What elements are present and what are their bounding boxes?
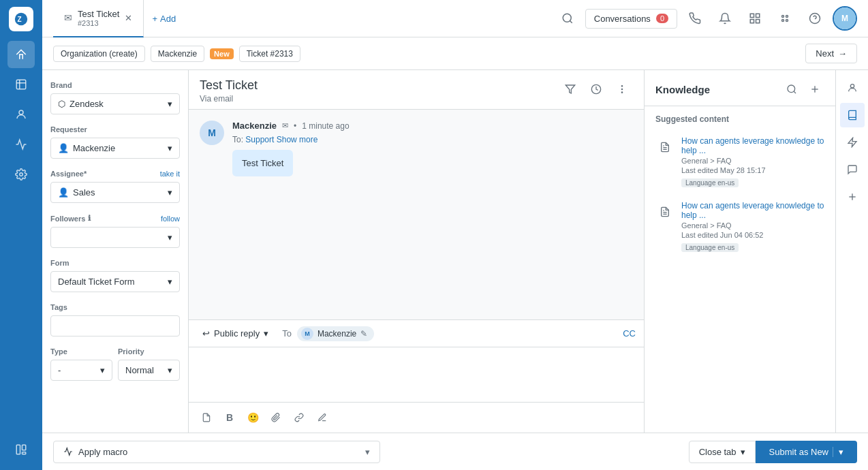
svg-rect-14 <box>750 20 754 23</box>
svg-line-11 <box>570 20 572 22</box>
apps-icon[interactable] <box>773 6 797 31</box>
assignee-label: Assignee* take it <box>50 170 180 178</box>
right-nav-profile-icon[interactable] <box>840 76 865 100</box>
signature-icon[interactable] <box>313 408 332 427</box>
priority-select[interactable]: Normal ▾ <box>118 360 180 381</box>
breadcrumb-ticket: Ticket #2313 <box>239 46 300 62</box>
active-tab[interactable]: ✉ Test Ticket #2313 ✕ <box>53 0 144 37</box>
emoji-icon[interactable]: 🙂 <box>243 408 262 427</box>
reply-recipient[interactable]: M Mackenzie ✎ <box>297 326 374 341</box>
tags-input[interactable] <box>50 315 180 336</box>
svg-rect-7 <box>16 445 20 454</box>
assignee-field-group: Assignee* take it 👤 Sales ▾ <box>50 170 180 203</box>
knowledge-search-icon[interactable] <box>782 80 801 99</box>
type-field-group: Type - ▾ <box>50 347 112 381</box>
format-draft-icon[interactable] <box>197 408 216 427</box>
svg-point-25 <box>621 89 622 89</box>
requester-label: Requester <box>50 125 180 134</box>
nav-icon-templates[interactable] <box>7 436 35 463</box>
nav-icon-reports[interactable] <box>7 131 35 158</box>
right-nav-chat-icon[interactable] <box>840 157 865 182</box>
svg-rect-15 <box>756 20 760 23</box>
bold-icon[interactable]: B <box>220 408 239 427</box>
knowledge-article-icon <box>655 138 675 157</box>
reply-header: ↩ Public reply ▾ To M Mackenzie ✎ CC <box>189 320 644 347</box>
nav-icon-contacts[interactable] <box>7 101 35 128</box>
phone-icon[interactable] <box>683 6 707 31</box>
user-avatar-ring[interactable]: M <box>833 6 857 31</box>
more-options-icon[interactable] <box>611 78 633 100</box>
nav-icon-home[interactable] <box>7 41 35 68</box>
knowledge-item-2[interactable]: How can agents leverage knowledge to hel… <box>645 194 835 259</box>
reply-to-label: To <box>282 328 292 339</box>
user-icon: 👤 <box>58 143 69 153</box>
message-header: Mackenzie ✉ • 1 minute ago <box>232 121 633 131</box>
add-tab-btn[interactable]: + Add <box>144 14 184 24</box>
tab-close-btn[interactable]: ✕ <box>125 13 132 23</box>
email-icon: ✉ <box>282 121 288 130</box>
help-icon[interactable] <box>803 6 827 31</box>
right-thin-navigation <box>835 70 868 433</box>
svg-point-10 <box>563 14 571 22</box>
requester-field-group: Requester 👤 Mackenzie ▾ <box>50 125 180 159</box>
priority-field-group: Priority Normal ▾ <box>118 347 180 381</box>
assignee-select[interactable]: 👤 Sales ▾ <box>50 182 180 203</box>
svg-point-17 <box>786 16 788 18</box>
left-sidebar: Brand ⬡ Zendesk ▾ Requester 👤 Mackenzie <box>42 70 189 433</box>
history-icon[interactable] <box>585 78 607 100</box>
tags-label: Tags <box>50 303 180 311</box>
info-icon[interactable]: ℹ <box>88 214 91 223</box>
knowledge-add-icon[interactable] <box>805 80 824 99</box>
type-label: Type <box>50 347 112 356</box>
reply-type-button[interactable]: ↩ Public reply ▾ <box>197 326 274 341</box>
ticket-via: Via email <box>200 94 258 104</box>
close-tab-button[interactable]: Close tab ▾ <box>689 441 756 463</box>
edit-recipient-icon[interactable]: ✎ <box>360 329 367 339</box>
breadcrumb-org[interactable]: Organization (create) <box>53 46 145 62</box>
svg-marker-36 <box>848 138 856 146</box>
filter-icon[interactable] <box>559 78 581 100</box>
grid-icon[interactable] <box>743 6 767 31</box>
user-avatar[interactable]: M <box>834 7 856 29</box>
form-select[interactable]: Default Ticket Form ▾ <box>50 271 180 292</box>
apply-macro-button[interactable]: Apply macro ▾ <box>53 441 380 463</box>
chevron-down-icon: ▾ <box>168 277 172 287</box>
brand-select[interactable]: ⬡ Zendesk ▾ <box>50 93 180 114</box>
requester-select[interactable]: 👤 Mackenzie ▾ <box>50 138 180 159</box>
conversations-button[interactable]: Conversations 0 <box>585 9 677 29</box>
conversations-badge: 0 <box>656 14 668 23</box>
reply-body[interactable] <box>189 347 644 402</box>
submit-arrow-icon: ▾ <box>833 447 843 457</box>
type-select[interactable]: - ▾ <box>50 360 112 381</box>
search-icon[interactable] <box>555 6 580 31</box>
reply-cc-btn[interactable]: CC <box>623 328 636 339</box>
submit-button[interactable]: Submit as New ▾ <box>756 441 857 463</box>
follow-link[interactable]: follow <box>161 215 180 223</box>
brand-field-group: Brand ⬡ Zendesk ▾ <box>50 81 180 114</box>
breadcrumb-contact[interactable]: Mackenzie <box>151 46 204 62</box>
reply-area: ↩ Public reply ▾ To M Mackenzie ✎ CC <box>189 319 644 433</box>
message-body: Test Ticket <box>232 150 293 176</box>
nav-icon-tickets[interactable] <box>7 71 35 98</box>
language-badge-2: Language en-us <box>681 243 739 252</box>
right-nav-add-icon[interactable] <box>840 185 865 209</box>
followers-select[interactable]: ▾ <box>50 227 180 248</box>
notifications-icon[interactable] <box>713 6 737 31</box>
bottom-bar: Apply macro ▾ Close tab ▾ Submit as New … <box>42 433 868 470</box>
main-area: ✉ Test Ticket #2313 ✕ + Add Conversation… <box>42 0 868 470</box>
breadcrumb-right: Next → <box>805 44 857 63</box>
right-nav-ai-icon[interactable] <box>840 130 865 155</box>
app-logo[interactable]: Z <box>9 7 33 31</box>
message-sender: Mackenzie <box>232 121 277 131</box>
next-button[interactable]: Next → <box>805 44 857 63</box>
svg-point-26 <box>621 92 622 93</box>
ticket-title: Test Ticket <box>200 78 258 93</box>
reply-type-chevron: ▾ <box>264 328 268 339</box>
take-it-link[interactable]: take it <box>160 170 180 178</box>
link-icon[interactable] <box>290 408 309 427</box>
right-nav-knowledge-icon[interactable] <box>840 103 865 127</box>
show-more-link[interactable]: Show more <box>277 135 318 144</box>
knowledge-item-1[interactable]: How can agents leverage knowledge to hel… <box>645 129 835 194</box>
attachment-icon[interactable] <box>266 408 285 427</box>
nav-icon-settings[interactable] <box>7 161 35 188</box>
